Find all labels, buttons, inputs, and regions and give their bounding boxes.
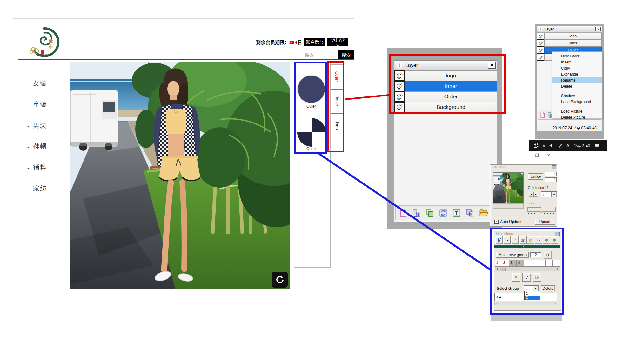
- layer-row-logo[interactable]: logo: [537, 33, 602, 40]
- group-cell-8[interactable]: [546, 260, 553, 267]
- confirm-check-button[interactable]: [522, 273, 531, 282]
- folder-icon[interactable]: [479, 209, 488, 217]
- close-window-button[interactable]: ✕: [547, 153, 551, 158]
- clock[interactable]: 오후 3:40: [574, 143, 590, 149]
- scrollbar-thumb[interactable]: [500, 268, 506, 271]
- spin-left-button[interactable]: ◀: [529, 192, 533, 197]
- group-cell-4[interactable]: 4: [517, 260, 524, 267]
- scroll-left-arrow[interactable]: <: [496, 302, 497, 305]
- dropdown-option-2[interactable]: 2: [525, 296, 540, 300]
- close-button[interactable]: x: [555, 232, 560, 236]
- grid-index-combo[interactable]: 1 ▼: [541, 191, 557, 197]
- scroll-left-arrow[interactable]: <: [496, 267, 498, 271]
- small-layer-titlebar[interactable]: Layer ×: [537, 26, 602, 33]
- s-tool-button[interactable]: S: [519, 236, 527, 244]
- menu-item-load-background[interactable]: Load Background: [552, 99, 602, 105]
- outer-color-circle[interactable]: [298, 76, 325, 103]
- group-cell-3[interactable]: 3: [509, 260, 517, 267]
- lattice-field-bottom[interactable]: 1: [545, 177, 557, 182]
- ime-indicator[interactable]: A: [567, 143, 570, 148]
- group-cell-6[interactable]: [531, 260, 538, 267]
- delete-layer-icon[interactable]: [466, 209, 474, 217]
- auto-update-checkbox[interactable]: ✓: [494, 220, 499, 224]
- outer-quarter-shape[interactable]: [297, 118, 326, 147]
- grid-select-button[interactable]: [503, 236, 511, 244]
- export-arrow-button[interactable]: [533, 273, 541, 282]
- menu-item-insert[interactable]: Insert: [552, 59, 602, 65]
- text-tool-icon[interactable]: [452, 209, 461, 217]
- swap-pages-icon[interactable]: [412, 209, 421, 217]
- scroll-right-arrow[interactable]: >: [554, 302, 556, 305]
- dropdown-arrow-icon[interactable]: ▼: [533, 286, 539, 291]
- sidebar-item-shoes-hats[interactable]: -鞋帽: [27, 142, 47, 151]
- vector-tool-button[interactable]: V: [495, 236, 503, 244]
- menu-item-copy[interactable]: Copy: [552, 65, 602, 71]
- spin-right-button[interactable]: ▶: [533, 192, 538, 197]
- copy-pages-icon[interactable]: [426, 209, 434, 217]
- maximize-button[interactable]: ❐: [535, 153, 539, 158]
- folder-button[interactable]: [527, 236, 534, 244]
- minimize-button[interactable]: —: [522, 153, 527, 158]
- zoom-track-right[interactable]: [542, 207, 556, 212]
- lattice-button[interactable]: Lattice: [528, 173, 543, 180]
- main-menu-titlebar[interactable]: Main Menu x: [494, 231, 561, 236]
- refresh-icon[interactable]: [439, 209, 448, 217]
- collapse-bar[interactable]: ▲: [494, 245, 560, 248]
- rotate-refresh-button[interactable]: [272, 272, 288, 288]
- scroll-right-arrow[interactable]: >: [557, 267, 559, 271]
- notifications-icon[interactable]: [594, 143, 600, 148]
- notes-button[interactable]: [535, 236, 542, 244]
- menu-item-delete-picture[interactable]: Delete Picture: [552, 115, 602, 121]
- pen-icon[interactable]: [558, 143, 563, 148]
- sidebar-item-kids[interactable]: -童装: [27, 99, 47, 109]
- tray-chevron-icon[interactable]: ∧: [542, 143, 546, 148]
- logout-button[interactable]: 退出登录: [327, 38, 348, 46]
- bulb-toggle-button[interactable]: [544, 251, 552, 259]
- account-backend-button[interactable]: 账户后台: [304, 38, 325, 46]
- zoom-slider-thumb[interactable]: ▲: [540, 211, 542, 214]
- shape-tool-button[interactable]: [511, 236, 519, 244]
- sidebar-item-mens[interactable]: -男装: [27, 121, 47, 130]
- visibility-bulb-icon[interactable]: [537, 54, 544, 61]
- forward-button[interactable]: [551, 236, 558, 244]
- dropdown-option-1[interactable]: 1: [525, 291, 540, 296]
- search-button[interactable]: 搜索: [338, 50, 354, 59]
- back-button[interactable]: [543, 236, 550, 244]
- menu-item-exchange[interactable]: Exchange: [552, 71, 602, 77]
- people-icon[interactable]: [533, 143, 539, 148]
- dropdown-arrow-icon[interactable]: ▼: [551, 192, 557, 197]
- visibility-bulb-icon[interactable]: [537, 40, 544, 47]
- full-view-titlebar[interactable]: Full View x: [490, 165, 557, 169]
- group-cell-7[interactable]: [538, 260, 546, 267]
- site-logo[interactable]: 优 布: [27, 25, 61, 59]
- menu-item-rename[interactable]: Rename: [552, 77, 602, 83]
- group-cell-1[interactable]: 1: [495, 260, 502, 267]
- menu-item-load-picture[interactable]: Load Picture: [552, 109, 602, 115]
- close-button[interactable]: x: [552, 165, 556, 169]
- delete-group-button[interactable]: Delete: [541, 285, 555, 291]
- select-group-combo[interactable]: 2 ▼: [524, 285, 539, 291]
- apply-selection-button[interactable]: [512, 273, 520, 282]
- update-button[interactable]: Update: [535, 219, 555, 225]
- sidebar-item-home-textiles[interactable]: -家纺: [27, 183, 47, 193]
- new-page-icon[interactable]: [540, 112, 546, 118]
- menu-item-new-layer[interactable]: New Layer: [552, 53, 602, 59]
- group-count-field[interactable]: 2: [530, 252, 541, 257]
- menu-item-shadow[interactable]: Shadow: [552, 93, 602, 99]
- make-new-group-button[interactable]: Make new group: [496, 252, 529, 258]
- search-input[interactable]: [283, 51, 336, 59]
- speaker-icon[interactable]: [549, 143, 554, 148]
- visibility-bulb-icon[interactable]: [537, 33, 544, 40]
- lattice-field-top[interactable]: 1: [545, 172, 557, 176]
- sidebar-item-materials[interactable]: -铺料: [27, 163, 47, 172]
- visibility-bulb-icon[interactable]: [537, 47, 544, 54]
- sidebar-item-womens[interactable]: -女装: [27, 78, 47, 88]
- close-button[interactable]: ×: [595, 27, 601, 31]
- zoom-track-left[interactable]: [527, 207, 541, 212]
- group-cell-5[interactable]: [524, 260, 531, 267]
- group-cell-9[interactable]: [553, 260, 560, 267]
- layer-row-inner[interactable]: Inner: [537, 40, 602, 47]
- group-cell-2[interactable]: 2: [502, 260, 510, 267]
- new-page-icon[interactable]: [399, 209, 408, 217]
- menu-item-delete[interactable]: Delete: [552, 83, 602, 90]
